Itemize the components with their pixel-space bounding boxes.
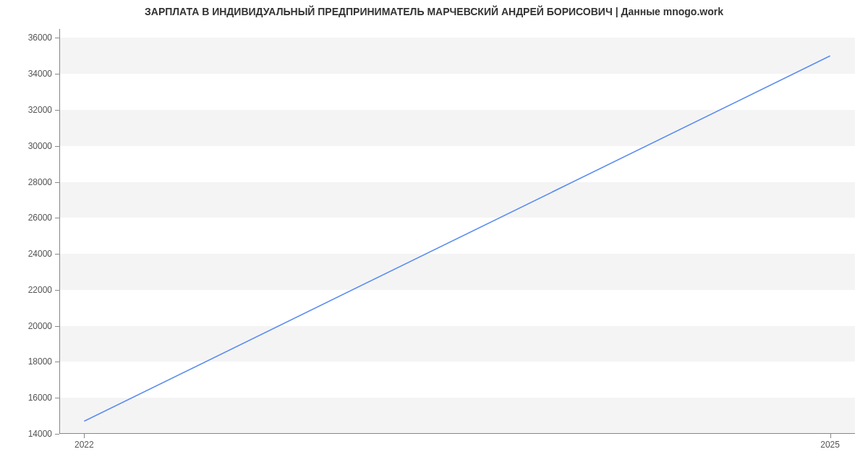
y-tick xyxy=(55,434,59,435)
y-tick-label: 16000 xyxy=(28,393,52,403)
y-tick xyxy=(55,290,59,291)
y-tick xyxy=(55,218,59,218)
y-tick-label: 32000 xyxy=(28,105,52,115)
x-tick xyxy=(84,434,85,438)
y-tick xyxy=(55,146,59,147)
y-tick-label: 26000 xyxy=(28,213,52,223)
x-tick xyxy=(830,434,831,438)
y-tick-label: 14000 xyxy=(28,429,52,439)
y-tick xyxy=(55,326,59,327)
y-tick-label: 28000 xyxy=(28,177,52,187)
y-tick-label: 34000 xyxy=(28,69,52,79)
y-tick-label: 18000 xyxy=(28,356,52,367)
y-tick-label: 20000 xyxy=(28,321,52,331)
chart-container: ЗАРПЛАТА В ИНДИВИДУАЛЬНЫЙ ПРЕДПРИНИМАТЕЛ… xyxy=(0,0,868,470)
series-line xyxy=(84,56,830,421)
chart-title: ЗАРПЛАТА В ИНДИВИДУАЛЬНЫЙ ПРЕДПРИНИМАТЕЛ… xyxy=(0,6,868,17)
y-tick-label: 24000 xyxy=(28,249,52,259)
data-line xyxy=(59,29,855,434)
y-tick-label: 36000 xyxy=(28,33,52,43)
y-tick-label: 30000 xyxy=(28,141,52,151)
y-tick xyxy=(55,38,59,38)
x-tick-label: 2022 xyxy=(75,440,94,450)
x-tick-label: 2025 xyxy=(820,440,840,450)
y-tick xyxy=(55,110,59,111)
y-tick xyxy=(55,254,59,255)
y-tick xyxy=(55,182,59,183)
y-tick-label: 22000 xyxy=(28,285,52,295)
plot-area: 1400016000180002000022000240002600028000… xyxy=(59,29,855,434)
y-tick xyxy=(55,362,59,362)
y-tick xyxy=(55,74,59,74)
y-tick xyxy=(55,398,59,398)
